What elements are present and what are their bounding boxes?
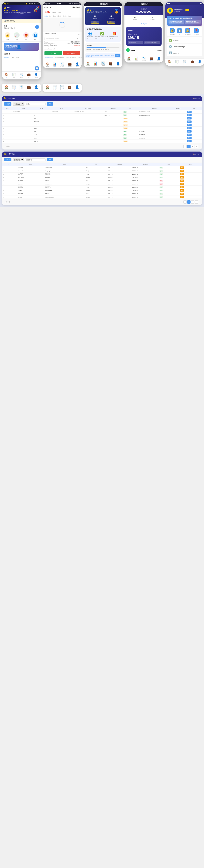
strip1-home[interactable]: 🏠Home bbox=[4, 85, 8, 91]
mine-nav-trade[interactable]: 📊 trade bbox=[175, 60, 179, 65]
back-icon[interactable]: ← bbox=[85, 3, 87, 5]
view-points-button[interactable]: 查看积分 bbox=[91, 21, 99, 24]
search-button[interactable]: 搜索 bbox=[47, 102, 53, 105]
action-recharge[interactable]: 💰 recharge bbox=[170, 28, 175, 35]
about-prev-page[interactable]: ‹ bbox=[183, 200, 186, 204]
view-button[interactable]: 查看 bbox=[187, 117, 192, 120]
edit-button[interactable]: 编辑 bbox=[180, 166, 184, 169]
records-link[interactable]: 账单记录 bbox=[125, 22, 163, 26]
asset-account-button[interactable]: Asset account bbox=[128, 41, 143, 44]
copy-button[interactable]: 保管 bbox=[115, 54, 120, 57]
edit-button[interactable]: 编辑 bbox=[180, 186, 184, 188]
expand-icon[interactable]: ⤢ bbox=[79, 3, 81, 5]
bottom-nav-home[interactable]: 🏠 首 bbox=[5, 73, 8, 78]
action-notification[interactable]: 🔔 notification bbox=[184, 28, 191, 35]
assets-nav-trade[interactable]: 📊 trade bbox=[134, 57, 138, 61]
deposit-plus-button[interactable]: + bbox=[35, 25, 39, 29]
commission-account-button[interactable]: Commission Account bbox=[144, 41, 160, 44]
about-next-page[interactable]: › bbox=[195, 200, 198, 204]
view-button[interactable]: 查看 bbox=[187, 137, 192, 139]
action-bill[interactable]: 📋 bill bbox=[177, 28, 182, 35]
view-button[interactable]: 查看 bbox=[187, 121, 192, 123]
tab-market[interactable]: 市场 bbox=[11, 56, 14, 59]
buy-up-button[interactable]: buy up bbox=[44, 51, 62, 55]
tab-3min[interactable]: 3min bbox=[49, 15, 52, 17]
tab-contract[interactable]: 合约动态 bbox=[4, 56, 9, 59]
tab-cancelled-records[interactable]: Cancelled records bbox=[77, 56, 81, 59]
menu-item-settings[interactable]: ⚙️ General settings › bbox=[167, 43, 202, 50]
prev-page[interactable]: ‹ bbox=[183, 145, 186, 148]
chat-fab[interactable]: 💬 bbox=[35, 66, 39, 70]
clear-icon[interactable]: ✕ bbox=[77, 38, 78, 40]
mine-nav-home[interactable]: 🏠 Home bbox=[168, 60, 171, 65]
promo-banner[interactable]: 引入新的生态系统 最大交易盈利人氏 👤 bbox=[4, 43, 39, 51]
tab-15min[interactable]: 15min bbox=[58, 15, 61, 17]
nav-invite[interactable]: 👥 邀请 bbox=[32, 32, 38, 40]
tab-5min[interactable]: 5min bbox=[53, 15, 56, 17]
about-page-1[interactable]: 1 bbox=[187, 200, 191, 204]
status-filter[interactable]: 全部状态 通过 待审核 bbox=[13, 102, 24, 105]
nav-rebate[interactable]: 🎁 赠回 bbox=[23, 32, 29, 40]
mine-nav-quotes[interactable]: 📉 Quotes bbox=[182, 60, 186, 65]
edit-button[interactable]: 编辑 bbox=[180, 170, 184, 172]
about-search-input[interactable] bbox=[25, 158, 46, 161]
edit-button[interactable]: 编辑 bbox=[180, 193, 184, 195]
buy-down-button[interactable]: buy down bbox=[63, 51, 80, 55]
trade-nav-home[interactable]: 🏠 Home bbox=[45, 62, 49, 67]
view-button[interactable]: 查看 bbox=[187, 124, 192, 126]
strip2-assets[interactable]: 💼assets bbox=[68, 85, 72, 91]
tab-current-position[interactable]: current position bbox=[44, 56, 54, 59]
tab-transaction-record[interactable]: Transaction Record bbox=[65, 56, 76, 59]
trade-nav-mine[interactable]: 👤 mine bbox=[75, 62, 79, 67]
search-input[interactable] bbox=[25, 103, 46, 105]
trade-nav-trade[interactable]: 📊 trade bbox=[53, 62, 56, 67]
strip1-mine[interactable]: 👤mine bbox=[34, 85, 38, 91]
nav-recharge[interactable]: 💰 充值 bbox=[5, 32, 10, 40]
mine-nav-assets[interactable]: 💼 assets bbox=[190, 60, 194, 65]
bottom-nav-mine[interactable]: 👤 我的 bbox=[34, 73, 38, 78]
home-banner[interactable]: Bq COIN HOW TO WIN BIG in the Smart Cont… bbox=[2, 5, 41, 20]
nav-trade[interactable]: 📈 贸易 bbox=[14, 32, 20, 40]
edit-button[interactable]: 编辑 bbox=[180, 183, 184, 185]
next-page[interactable]: › bbox=[195, 145, 198, 148]
menu-item-about[interactable]: ℹ️ about us › bbox=[167, 50, 202, 56]
edit-button[interactable]: 编辑 bbox=[180, 176, 184, 179]
strip1-quotes[interactable]: 📉Quotes bbox=[20, 85, 24, 91]
about-add-button[interactable]: + 添加 bbox=[4, 158, 11, 161]
balance-dropdown[interactable]: ▼ bbox=[78, 33, 80, 36]
about-page-2[interactable]: 2 bbox=[191, 200, 195, 204]
strip2-quotes[interactable]: 📉Quotes bbox=[60, 85, 64, 91]
add-button[interactable]: + 添加 bbox=[4, 102, 11, 105]
about-lang-filter[interactable]: 全部语言 中文 English bbox=[13, 158, 24, 161]
page-1[interactable]: 1 bbox=[187, 145, 191, 148]
invite-nav-home[interactable]: 🏠 Home bbox=[86, 61, 90, 66]
view-button[interactable]: 查看 bbox=[187, 111, 192, 113]
tab-current-mandate[interactable]: current mandate bbox=[55, 56, 64, 59]
view-button[interactable]: 查看 bbox=[187, 133, 192, 136]
commission-benefit-card[interactable]: Commission Account Withdraw invitation r… bbox=[169, 20, 184, 24]
strip1-trade[interactable]: 📊trade bbox=[12, 85, 16, 91]
view-button[interactable]: 查看 bbox=[187, 130, 192, 132]
action-help[interactable]: ❓ Help Center bbox=[193, 28, 200, 35]
tab-1hour[interactable]: 1hour bbox=[68, 15, 71, 17]
strip2-trade[interactable]: 📊trade bbox=[53, 85, 57, 91]
edit-button[interactable]: 编辑 bbox=[180, 173, 184, 175]
tab-dynamic[interactable]: 动态 bbox=[16, 56, 19, 59]
strip2-home[interactable]: 🏠Home bbox=[45, 85, 49, 91]
view-button[interactable]: 查看 bbox=[187, 140, 192, 142]
edit-button[interactable]: 编辑 bbox=[180, 180, 184, 182]
view-button[interactable]: 查看 bbox=[187, 127, 192, 129]
trade-nav-quotes[interactable]: 📉 Quotes bbox=[60, 62, 64, 67]
market-ticker[interactable]: 📢 698到948市场 › bbox=[2, 20, 41, 23]
bottom-nav-quotes[interactable]: 📉 行情 bbox=[20, 73, 23, 78]
about-search-button[interactable]: 搜索 bbox=[47, 158, 53, 161]
strip2-mine[interactable]: 👤mine bbox=[75, 85, 79, 91]
assets-nav-mine[interactable]: 👤 mine bbox=[157, 57, 161, 61]
assets-nav-assets[interactable]: 💼 assets bbox=[149, 57, 153, 61]
view-button[interactable]: 查看 bbox=[187, 114, 192, 116]
assets-more-icon[interactable]: ⋯ bbox=[158, 29, 160, 31]
assets-nav-home[interactable]: 🏠 Home bbox=[127, 57, 131, 61]
menu-item-verified[interactable]: ✅ Verified › bbox=[167, 37, 202, 43]
view-rewards-button[interactable]: 查看奖励 bbox=[107, 21, 115, 24]
invitation-benefit-card[interactable]: Invitation reward Invite friends to get … bbox=[185, 20, 201, 24]
